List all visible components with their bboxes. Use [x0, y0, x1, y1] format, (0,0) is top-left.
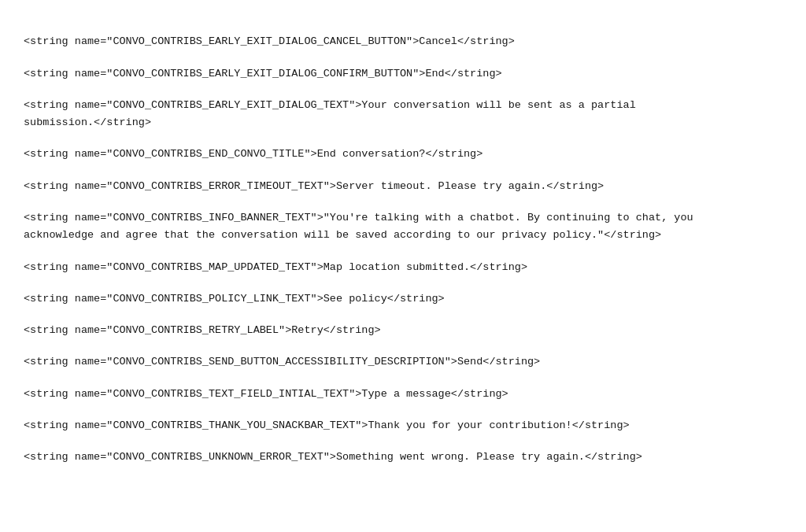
xml-line-11: <string name="CONVO_CONTRIBS_TEXT_FIELD_…: [24, 386, 782, 403]
xml-line-8: <string name="CONVO_CONTRIBS_POLICY_LINK…: [24, 290, 782, 308]
xml-line-9: <string name="CONVO_CONTRIBS_RETRY_LABEL…: [24, 322, 782, 339]
xml-line-7: <string name="CONVO_CONTRIBS_MAP_UPDATED…: [24, 259, 782, 276]
code-content: <string name="CONVO_CONTRIBS_EARLY_EXIT_…: [24, 16, 782, 466]
xml-line-12: <string name="CONVO_CONTRIBS_THANK_YOU_S…: [24, 417, 782, 434]
xml-line-13: <string name="CONVO_CONTRIBS_UNKNOWN_ERR…: [24, 449, 782, 466]
xml-line-6: <string name="CONVO_CONTRIBS_INFO_BANNER…: [24, 209, 782, 245]
xml-line-10: <string name="CONVO_CONTRIBS_SEND_BUTTON…: [24, 353, 782, 371]
xml-line-2: <string name="CONVO_CONTRIBS_EARLY_EXIT_…: [24, 65, 782, 83]
xml-line-3: <string name="CONVO_CONTRIBS_EARLY_EXIT_…: [24, 97, 782, 132]
xml-line-5: <string name="CONVO_CONTRIBS_ERROR_TIMEO…: [24, 178, 782, 195]
xml-line-4: <string name="CONVO_CONTRIBS_END_CONVO_T…: [24, 146, 782, 163]
xml-line-1: <string name="CONVO_CONTRIBS_EARLY_EXIT_…: [24, 33, 782, 50]
